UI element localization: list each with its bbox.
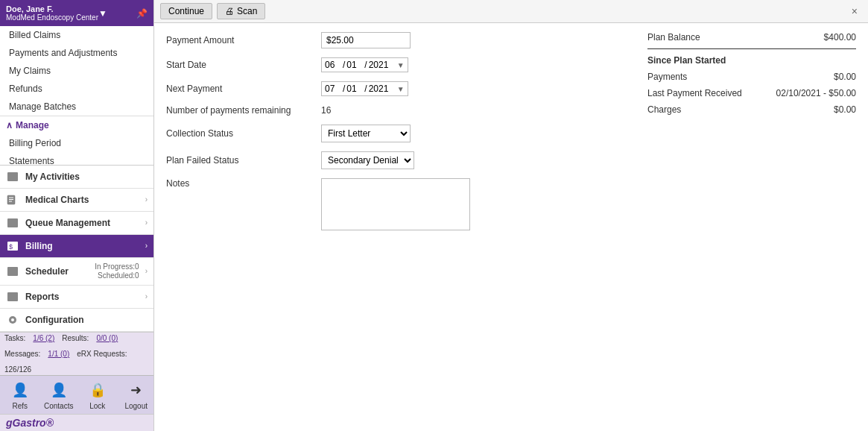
sidebar-item-billed-claims[interactable]: Billed Claims [0, 26, 153, 44]
lock-button[interactable]: 🔒 Lock [84, 380, 111, 410]
svg-rect-9 [7, 292, 18, 301]
charges-value: $0.00 [834, 104, 856, 115]
refs-icon: 👤 [10, 380, 31, 400]
logout-button[interactable]: ➜ Logout [123, 380, 150, 410]
nav-item-medical-charts[interactable]: Medical Charts › [0, 189, 153, 212]
charges-row: Charges $0.00 [647, 104, 856, 115]
form-left: Payment Amount Start Date / / ▼ [166, 32, 633, 422]
contacts-icon: 👤 [48, 380, 69, 400]
medical-charts-label: Medical Charts [25, 195, 139, 205]
payments-label: Payments [647, 72, 687, 82]
start-date-day[interactable] [346, 60, 363, 70]
logout-icon: ➜ [126, 380, 147, 400]
continue-button[interactable]: Continue [160, 3, 212, 19]
scheduler-info: In Progress:0 Scheduled:0 [95, 262, 139, 280]
start-date-month[interactable] [325, 60, 341, 70]
billing-label: Billing [25, 241, 139, 251]
next-payment-dropdown-icon[interactable]: ▼ [397, 85, 405, 93]
my-activities-icon [6, 170, 19, 183]
payments-value: $0.00 [834, 72, 856, 82]
date-sep-1: / [343, 60, 345, 70]
scheduler-label: Scheduler [25, 266, 89, 277]
contacts-label: Contacts [44, 402, 73, 410]
next-payment-year[interactable] [369, 84, 396, 94]
tasks-value[interactable]: 1/6 (2) [33, 334, 54, 342]
bottom-toolbar: 🌐 Prefs 👤 Refs 👤 Contacts 🔒 Lock ➜ Logou… [0, 375, 153, 414]
next-payment-month[interactable] [325, 84, 341, 94]
close-button[interactable]: × [847, 4, 862, 19]
notes-input[interactable] [321, 178, 470, 230]
center-name: ModMed Endoscopy Center [6, 13, 98, 22]
results-value[interactable]: 0/0 (0) [96, 334, 118, 342]
date-sep-3: / [343, 84, 345, 94]
num-payments-value: 16 [321, 105, 331, 116]
results-label: Results: [62, 334, 89, 342]
tasks-label: Tasks: [4, 334, 25, 342]
sidebar-item-billing-period[interactable]: Billing Period [0, 134, 153, 152]
scan-button[interactable]: 🖨 Scan [217, 3, 265, 19]
queue-management-icon [6, 216, 19, 230]
next-payment-label: Next Payment [166, 84, 315, 94]
next-payment-day[interactable] [346, 84, 363, 94]
messages-value[interactable]: 1/1 (0) [48, 350, 69, 358]
contacts-button[interactable]: 👤 Contacts [45, 380, 72, 410]
collection-status-select[interactable]: First Letter Second Letter Third Letter … [321, 125, 411, 142]
svg-rect-5 [7, 218, 18, 227]
pin-icon: 📌 [136, 8, 148, 19]
configuration-icon [6, 313, 19, 327]
start-date-row: Start Date / / ▼ [166, 57, 633, 72]
svg-rect-0 [7, 172, 18, 181]
medical-charts-arrow-icon: › [145, 195, 148, 204]
date-sep-4: / [364, 84, 367, 94]
medical-charts-icon [6, 193, 19, 207]
scan-icon: 🖨 [225, 6, 234, 16]
payment-amount-input[interactable] [321, 32, 411, 48]
app-logo: gGastro® [0, 414, 153, 431]
queue-management-arrow-icon: › [145, 218, 148, 227]
nav-item-queue-management[interactable]: Queue Management › [0, 212, 153, 235]
erx-value: 126/126 [4, 365, 31, 374]
main-toolbar: Continue 🖨 Scan × [154, 0, 868, 23]
since-plan-header: Since Plan Started [647, 55, 856, 66]
start-date-input[interactable]: / / ▼ [321, 57, 408, 72]
next-payment-input[interactable]: / / ▼ [321, 81, 408, 96]
nav-item-scheduler[interactable]: Scheduler In Progress:0 Scheduled:0 › [0, 258, 153, 286]
collection-status-label: Collection Status [166, 128, 315, 139]
num-payments-label: Number of payments remaining [166, 105, 315, 116]
scheduler-icon [6, 265, 19, 278]
refs-button[interactable]: 👤 Refs [7, 380, 34, 410]
reports-icon [6, 290, 19, 303]
date-sep-2: / [364, 60, 367, 70]
sidebar-header[interactable]: Doe, Jane F. ModMed Endoscopy Center ▼ 📌 [0, 0, 153, 26]
erx-label: eRX Requests: [77, 350, 127, 358]
last-payment-label: Last Payment Received [647, 88, 742, 98]
nav-item-billing[interactable]: $ Billing › [0, 235, 153, 258]
sidebar-item-payments-adjustments[interactable]: Payments and Adjustments [0, 44, 153, 62]
my-activities-label: My Activities [25, 172, 148, 182]
start-date-year[interactable] [369, 60, 396, 70]
main-content: Continue 🖨 Scan × Payment Amount Start D… [154, 0, 868, 431]
bottom-nav: My Activities Medical Charts › Queue Man… [0, 165, 153, 332]
reports-label: Reports [25, 292, 139, 302]
reports-arrow-icon: › [145, 292, 148, 301]
start-date-dropdown-icon[interactable]: ▼ [397, 61, 405, 69]
nav-item-my-activities[interactable]: My Activities [0, 166, 153, 189]
sidebar-item-my-claims[interactable]: My Claims [0, 62, 153, 80]
sidebar-item-manage-batches[interactable]: Manage Batches [0, 98, 153, 116]
last-payment-row: Last Payment Received 02/10/2021 - $50.0… [647, 88, 856, 98]
svg-rect-8 [7, 267, 18, 276]
plan-balance-row: Plan Balance $400.00 [647, 32, 856, 43]
nav-item-reports[interactable]: Reports › [0, 286, 153, 309]
manage-section-header[interactable]: ∧ Manage [0, 116, 153, 134]
plan-failed-select[interactable]: Secondary Denial Insurance Denial Patien… [321, 151, 414, 169]
payment-amount-row: Payment Amount [166, 32, 633, 48]
sidebar-item-statements[interactable]: Statements [0, 152, 153, 165]
sidebar-item-refunds[interactable]: Refunds [0, 80, 153, 98]
lock-icon: 🔒 [87, 380, 108, 400]
plan-failed-label: Plan Failed Status [166, 155, 315, 166]
plan-balance-value: $400.00 [824, 32, 856, 43]
nav-item-configuration[interactable]: Configuration [0, 309, 153, 332]
configuration-label: Configuration [25, 315, 148, 325]
right-panel: Plan Balance $400.00 Since Plan Started … [647, 32, 856, 422]
sidebar-menu: Billed Claims Payments and Adjustments M… [0, 26, 153, 165]
